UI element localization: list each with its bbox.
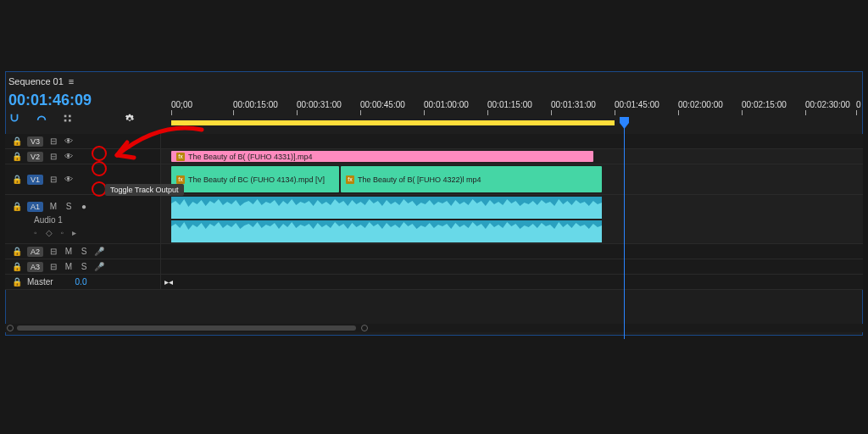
track-header-a3[interactable]: 🔒 A3 ⊟ M S 🎤 [5, 259, 161, 274]
clip-label: The Beauty of BC (FUHO 4134).mpd [V] [188, 175, 325, 184]
sync-icon[interactable]: ⊟ [48, 247, 58, 256]
audio-clip-a1-ch2[interactable] [171, 220, 602, 242]
snap-icon[interactable] [8, 113, 20, 126]
markers-icon[interactable] [63, 113, 75, 126]
work-area-bar[interactable] [171, 120, 615, 125]
track-master[interactable]: 🔒 Master 0.0 ▸◂ [5, 275, 863, 290]
ruler-tick: 00:02:30:00 [805, 100, 850, 109]
keyframe-prev-icon[interactable]: ◦ [34, 228, 37, 237]
solo-icon[interactable]: S [79, 262, 89, 271]
timecode-display[interactable]: 00:01:46:09 [8, 92, 92, 109]
lock-icon[interactable]: 🔒 [12, 175, 22, 184]
chevron-right-icon[interactable]: ▸ [72, 228, 76, 237]
voice-icon[interactable]: 🎤 [94, 247, 104, 256]
playhead[interactable] [624, 117, 625, 339]
fx-icon[interactable]: fx [176, 175, 185, 184]
ruler-tick: 00:02:15:00 [742, 100, 787, 109]
ruler-tick: 00:00:15:00 [233, 100, 278, 109]
sync-icon[interactable]: ⊟ [48, 175, 58, 184]
eye-icon[interactable]: 👁 [64, 175, 74, 184]
voice-icon[interactable]: 🎤 [94, 262, 104, 271]
track-header-a1[interactable]: 🔒 A1 M S ● Audio 1 ◦ ◇ ◦ ▸ [5, 195, 161, 243]
track-lane-master[interactable]: ▸◂ [161, 275, 863, 289]
track-label[interactable]: A1 [27, 202, 43, 212]
tooltip: Toggle Track Output [105, 184, 184, 196]
track-header-a2[interactable]: 🔒 A2 ⊟ M S 🎤 [5, 244, 161, 259]
track-label: Master [27, 277, 53, 287]
ruler-tick: 00:01:31:00 [551, 100, 596, 109]
track-header-v3[interactable]: 🔒 V3 ⊟ 👁 [5, 134, 161, 148]
svg-point-4 [128, 117, 131, 120]
svg-rect-1 [64, 120, 67, 122]
track-header-master[interactable]: 🔒 Master 0.0 [5, 275, 161, 289]
lock-icon[interactable]: 🔒 [12, 277, 22, 287]
clip-label: The Beauty of B( (FUHO 4331)].mp4 [188, 153, 313, 161]
close-icon[interactable]: ≡ [69, 76, 74, 86]
track-lane-v2[interactable]: fxThe Beauty of B( (FUHO 4331)].mp4 [161, 149, 863, 164]
solo-icon[interactable]: S [79, 247, 89, 256]
record-icon[interactable]: ● [79, 202, 89, 211]
lock-icon[interactable]: 🔒 [12, 247, 22, 256]
ruler-tick: 00:02:00:00 [678, 100, 723, 109]
track-a2[interactable]: 🔒 A2 ⊟ M S 🎤 [5, 244, 863, 259]
clip-label: The Beauty of B( [FUHO 4322)l mp4 [358, 175, 481, 184]
track-label[interactable]: V2 [27, 152, 43, 162]
lock-icon[interactable]: 🔒 [12, 262, 22, 271]
solo-icon[interactable]: S [64, 202, 74, 211]
track-label[interactable]: V3 [27, 136, 43, 147]
svg-rect-2 [69, 115, 71, 118]
lock-icon[interactable]: 🔒 [12, 152, 22, 161]
track-label[interactable]: V1 [27, 175, 43, 185]
clip-v1a[interactable]: fxThe Beauty of BC (FUHO 4134).mpd [V] [171, 166, 339, 192]
scroll-thumb[interactable] [17, 326, 356, 331]
track-v3[interactable]: 🔒 V3 ⊟ 👁 [5, 134, 863, 149]
keyframe-add-icon[interactable]: ◇ [46, 228, 53, 237]
sync-icon[interactable]: ⊟ [48, 262, 58, 271]
audio-clip-a1-ch1[interactable] [171, 197, 602, 219]
scroll-handle-left[interactable] [7, 325, 14, 331]
track-a3[interactable]: 🔒 A3 ⊟ M S 🎤 [5, 259, 863, 275]
fx-icon[interactable]: fx [176, 153, 185, 161]
time-ruler[interactable]: 00;0000:00:15:0000:00:31:0000:00:45:0000… [161, 100, 863, 127]
track-lane-v1[interactable]: fxThe Beauty of BC (FUHO 4134).mpd [V] f… [161, 164, 863, 194]
track-label[interactable]: A3 [27, 262, 43, 272]
horizontal-scrollbar[interactable] [5, 324, 863, 332]
sync-icon[interactable]: ⊟ [48, 152, 58, 161]
scroll-handle-right[interactable] [361, 325, 368, 331]
linked-selection-icon[interactable] [36, 113, 47, 126]
track-lane-v3[interactable] [161, 134, 863, 148]
mute-icon[interactable]: M [64, 262, 74, 271]
ruler-tick: 00:01:45:00 [615, 100, 659, 109]
lock-icon[interactable]: 🔒 [12, 202, 22, 211]
ruler-tick: 00;00 [171, 100, 192, 109]
mute-icon[interactable]: M [48, 202, 58, 211]
svg-rect-0 [64, 115, 67, 118]
sequence-tab-label: Sequence 01 [8, 76, 64, 86]
playhead-handle[interactable] [620, 117, 629, 129]
keyframe-next-icon[interactable]: ◦ [61, 228, 64, 237]
fx-icon[interactable]: fx [346, 175, 354, 184]
lock-icon[interactable]: 🔒 [12, 136, 22, 146]
sequence-tab[interactable]: Sequence 01 ≡ [8, 76, 74, 86]
ruler-tick: 00:01:00:00 [424, 100, 469, 109]
svg-rect-3 [69, 120, 71, 122]
eye-icon[interactable]: 👁 [64, 136, 74, 146]
mute-icon[interactable]: M [64, 247, 74, 256]
track-label[interactable]: A2 [27, 247, 43, 257]
ruler-tick: 00:00:31:00 [297, 100, 342, 109]
track-lane-a3[interactable] [161, 259, 863, 274]
track-lane-a1[interactable] [161, 195, 863, 243]
clip-v2[interactable]: fxThe Beauty of B( (FUHO 4331)].mp4 [171, 151, 593, 162]
track-header-v2[interactable]: 🔒 V2 ⊟ 👁 [5, 149, 161, 164]
eye-icon[interactable]: 👁 [64, 152, 74, 161]
track-a1[interactable]: 🔒 A1 M S ● Audio 1 ◦ ◇ ◦ ▸ [5, 195, 863, 244]
master-value[interactable]: 0.0 [75, 277, 87, 287]
track-lane-a2[interactable] [161, 244, 863, 259]
track-v2[interactable]: 🔒 V2 ⊟ 👁 fxThe Beauty of B( (FUHO 4331)]… [5, 149, 863, 164]
timeline-toolbar [8, 112, 136, 127]
ruler-tick: 00:00:45:00 [360, 100, 405, 109]
clip-v1b[interactable]: fxThe Beauty of B( [FUHO 4322)l mp4 [341, 166, 602, 192]
sync-icon[interactable]: ⊟ [48, 136, 58, 146]
settings-icon[interactable] [124, 113, 136, 126]
expand-icon[interactable]: ▸◂ [164, 277, 173, 287]
